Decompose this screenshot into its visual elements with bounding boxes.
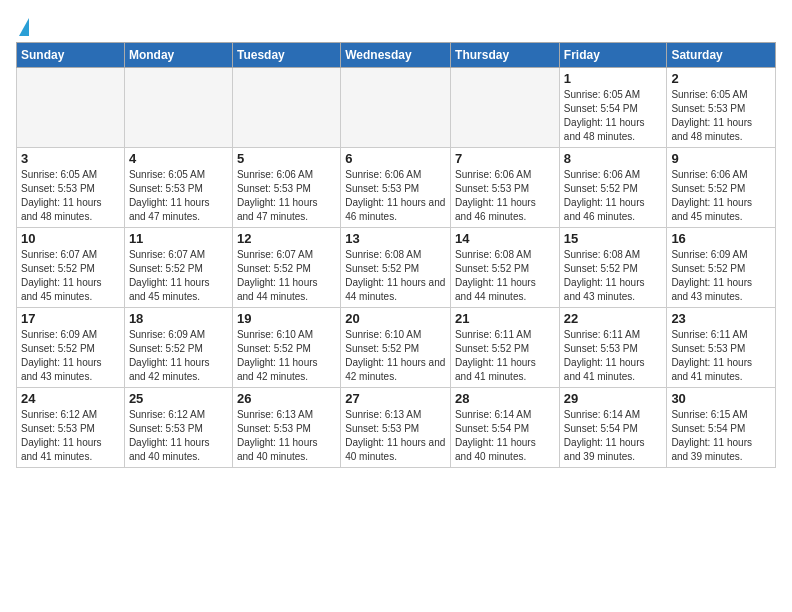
page: SundayMondayTuesdayWednesdayThursdayFrid… bbox=[0, 0, 792, 484]
day-info: Sunrise: 6:07 AM Sunset: 5:52 PM Dayligh… bbox=[21, 248, 120, 304]
calendar-day-15: 15Sunrise: 6:08 AM Sunset: 5:52 PM Dayli… bbox=[559, 228, 667, 308]
calendar-day-4: 4Sunrise: 6:05 AM Sunset: 5:53 PM Daylig… bbox=[124, 148, 232, 228]
day-info: Sunrise: 6:06 AM Sunset: 5:52 PM Dayligh… bbox=[564, 168, 663, 224]
calendar-day-13: 13Sunrise: 6:08 AM Sunset: 5:52 PM Dayli… bbox=[341, 228, 451, 308]
calendar-week-1: 1Sunrise: 6:05 AM Sunset: 5:54 PM Daylig… bbox=[17, 68, 776, 148]
calendar-day-7: 7Sunrise: 6:06 AM Sunset: 5:53 PM Daylig… bbox=[451, 148, 560, 228]
day-number: 25 bbox=[129, 391, 228, 406]
calendar-day-22: 22Sunrise: 6:11 AM Sunset: 5:53 PM Dayli… bbox=[559, 308, 667, 388]
calendar-week-4: 17Sunrise: 6:09 AM Sunset: 5:52 PM Dayli… bbox=[17, 308, 776, 388]
day-info: Sunrise: 6:09 AM Sunset: 5:52 PM Dayligh… bbox=[129, 328, 228, 384]
day-number: 27 bbox=[345, 391, 446, 406]
day-info: Sunrise: 6:12 AM Sunset: 5:53 PM Dayligh… bbox=[129, 408, 228, 464]
weekday-header-sunday: Sunday bbox=[17, 43, 125, 68]
calendar-week-5: 24Sunrise: 6:12 AM Sunset: 5:53 PM Dayli… bbox=[17, 388, 776, 468]
day-number: 29 bbox=[564, 391, 663, 406]
weekday-header-tuesday: Tuesday bbox=[232, 43, 340, 68]
calendar-day-3: 3Sunrise: 6:05 AM Sunset: 5:53 PM Daylig… bbox=[17, 148, 125, 228]
day-number: 21 bbox=[455, 311, 555, 326]
day-number: 11 bbox=[129, 231, 228, 246]
day-number: 6 bbox=[345, 151, 446, 166]
calendar-day-empty-0-0 bbox=[17, 68, 125, 148]
day-number: 24 bbox=[21, 391, 120, 406]
day-info: Sunrise: 6:08 AM Sunset: 5:52 PM Dayligh… bbox=[455, 248, 555, 304]
weekday-header-thursday: Thursday bbox=[451, 43, 560, 68]
day-info: Sunrise: 6:11 AM Sunset: 5:52 PM Dayligh… bbox=[455, 328, 555, 384]
day-info: Sunrise: 6:06 AM Sunset: 5:53 PM Dayligh… bbox=[237, 168, 336, 224]
calendar-day-20: 20Sunrise: 6:10 AM Sunset: 5:52 PM Dayli… bbox=[341, 308, 451, 388]
calendar-day-19: 19Sunrise: 6:10 AM Sunset: 5:52 PM Dayli… bbox=[232, 308, 340, 388]
calendar-day-29: 29Sunrise: 6:14 AM Sunset: 5:54 PM Dayli… bbox=[559, 388, 667, 468]
day-number: 2 bbox=[671, 71, 771, 86]
day-info: Sunrise: 6:08 AM Sunset: 5:52 PM Dayligh… bbox=[345, 248, 446, 304]
day-number: 12 bbox=[237, 231, 336, 246]
calendar-day-18: 18Sunrise: 6:09 AM Sunset: 5:52 PM Dayli… bbox=[124, 308, 232, 388]
weekday-header-saturday: Saturday bbox=[667, 43, 776, 68]
day-info: Sunrise: 6:06 AM Sunset: 5:53 PM Dayligh… bbox=[345, 168, 446, 224]
day-number: 1 bbox=[564, 71, 663, 86]
calendar-day-16: 16Sunrise: 6:09 AM Sunset: 5:52 PM Dayli… bbox=[667, 228, 776, 308]
calendar-day-8: 8Sunrise: 6:06 AM Sunset: 5:52 PM Daylig… bbox=[559, 148, 667, 228]
day-info: Sunrise: 6:07 AM Sunset: 5:52 PM Dayligh… bbox=[129, 248, 228, 304]
calendar-table: SundayMondayTuesdayWednesdayThursdayFrid… bbox=[16, 42, 776, 468]
day-number: 9 bbox=[671, 151, 771, 166]
day-info: Sunrise: 6:07 AM Sunset: 5:52 PM Dayligh… bbox=[237, 248, 336, 304]
calendar-day-28: 28Sunrise: 6:14 AM Sunset: 5:54 PM Dayli… bbox=[451, 388, 560, 468]
day-info: Sunrise: 6:12 AM Sunset: 5:53 PM Dayligh… bbox=[21, 408, 120, 464]
day-number: 20 bbox=[345, 311, 446, 326]
day-info: Sunrise: 6:14 AM Sunset: 5:54 PM Dayligh… bbox=[564, 408, 663, 464]
header bbox=[16, 10, 776, 36]
day-number: 30 bbox=[671, 391, 771, 406]
calendar-day-9: 9Sunrise: 6:06 AM Sunset: 5:52 PM Daylig… bbox=[667, 148, 776, 228]
calendar-day-11: 11Sunrise: 6:07 AM Sunset: 5:52 PM Dayli… bbox=[124, 228, 232, 308]
calendar-day-empty-0-4 bbox=[451, 68, 560, 148]
calendar-day-26: 26Sunrise: 6:13 AM Sunset: 5:53 PM Dayli… bbox=[232, 388, 340, 468]
calendar-day-empty-0-1 bbox=[124, 68, 232, 148]
calendar-week-2: 3Sunrise: 6:05 AM Sunset: 5:53 PM Daylig… bbox=[17, 148, 776, 228]
calendar-day-24: 24Sunrise: 6:12 AM Sunset: 5:53 PM Dayli… bbox=[17, 388, 125, 468]
day-number: 3 bbox=[21, 151, 120, 166]
day-info: Sunrise: 6:11 AM Sunset: 5:53 PM Dayligh… bbox=[671, 328, 771, 384]
day-number: 17 bbox=[21, 311, 120, 326]
day-info: Sunrise: 6:14 AM Sunset: 5:54 PM Dayligh… bbox=[455, 408, 555, 464]
day-number: 15 bbox=[564, 231, 663, 246]
calendar-day-empty-0-2 bbox=[232, 68, 340, 148]
calendar-day-1: 1Sunrise: 6:05 AM Sunset: 5:54 PM Daylig… bbox=[559, 68, 667, 148]
calendar-day-17: 17Sunrise: 6:09 AM Sunset: 5:52 PM Dayli… bbox=[17, 308, 125, 388]
day-number: 4 bbox=[129, 151, 228, 166]
day-number: 26 bbox=[237, 391, 336, 406]
logo-triangle-icon bbox=[19, 18, 29, 36]
calendar-day-2: 2Sunrise: 6:05 AM Sunset: 5:53 PM Daylig… bbox=[667, 68, 776, 148]
calendar-day-23: 23Sunrise: 6:11 AM Sunset: 5:53 PM Dayli… bbox=[667, 308, 776, 388]
day-number: 22 bbox=[564, 311, 663, 326]
day-number: 5 bbox=[237, 151, 336, 166]
day-info: Sunrise: 6:06 AM Sunset: 5:53 PM Dayligh… bbox=[455, 168, 555, 224]
calendar-day-30: 30Sunrise: 6:15 AM Sunset: 5:54 PM Dayli… bbox=[667, 388, 776, 468]
day-number: 18 bbox=[129, 311, 228, 326]
calendar-day-5: 5Sunrise: 6:06 AM Sunset: 5:53 PM Daylig… bbox=[232, 148, 340, 228]
day-info: Sunrise: 6:05 AM Sunset: 5:53 PM Dayligh… bbox=[21, 168, 120, 224]
day-info: Sunrise: 6:10 AM Sunset: 5:52 PM Dayligh… bbox=[345, 328, 446, 384]
day-number: 10 bbox=[21, 231, 120, 246]
day-info: Sunrise: 6:09 AM Sunset: 5:52 PM Dayligh… bbox=[671, 248, 771, 304]
day-info: Sunrise: 6:06 AM Sunset: 5:52 PM Dayligh… bbox=[671, 168, 771, 224]
day-number: 19 bbox=[237, 311, 336, 326]
logo bbox=[16, 18, 29, 36]
day-info: Sunrise: 6:13 AM Sunset: 5:53 PM Dayligh… bbox=[345, 408, 446, 464]
calendar-day-21: 21Sunrise: 6:11 AM Sunset: 5:52 PM Dayli… bbox=[451, 308, 560, 388]
calendar-day-10: 10Sunrise: 6:07 AM Sunset: 5:52 PM Dayli… bbox=[17, 228, 125, 308]
day-info: Sunrise: 6:05 AM Sunset: 5:53 PM Dayligh… bbox=[671, 88, 771, 144]
calendar-day-12: 12Sunrise: 6:07 AM Sunset: 5:52 PM Dayli… bbox=[232, 228, 340, 308]
day-info: Sunrise: 6:13 AM Sunset: 5:53 PM Dayligh… bbox=[237, 408, 336, 464]
day-number: 7 bbox=[455, 151, 555, 166]
calendar-day-14: 14Sunrise: 6:08 AM Sunset: 5:52 PM Dayli… bbox=[451, 228, 560, 308]
weekday-header-wednesday: Wednesday bbox=[341, 43, 451, 68]
day-info: Sunrise: 6:15 AM Sunset: 5:54 PM Dayligh… bbox=[671, 408, 771, 464]
calendar-day-27: 27Sunrise: 6:13 AM Sunset: 5:53 PM Dayli… bbox=[341, 388, 451, 468]
day-number: 16 bbox=[671, 231, 771, 246]
day-info: Sunrise: 6:08 AM Sunset: 5:52 PM Dayligh… bbox=[564, 248, 663, 304]
calendar-day-6: 6Sunrise: 6:06 AM Sunset: 5:53 PM Daylig… bbox=[341, 148, 451, 228]
weekday-header-friday: Friday bbox=[559, 43, 667, 68]
day-number: 28 bbox=[455, 391, 555, 406]
calendar-day-empty-0-3 bbox=[341, 68, 451, 148]
